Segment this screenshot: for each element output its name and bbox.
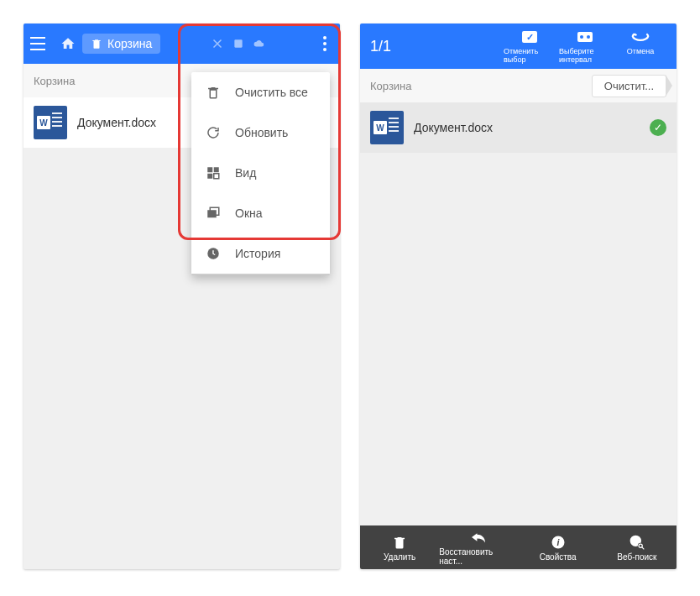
- dropdown-menu: Очистить все Обновить Вид Окна История: [191, 72, 330, 275]
- file-row[interactable]: W Документ.docx ✓: [360, 102, 676, 153]
- svg-rect-2: [214, 167, 219, 172]
- cloud-icon: [252, 38, 267, 50]
- location-chip[interactable]: Корзина: [82, 34, 160, 54]
- close-icon[interactable]: [210, 36, 225, 51]
- menu-label: Обновить: [235, 126, 288, 139]
- docx-icon: W: [370, 111, 404, 144]
- trash-icon: [391, 534, 408, 551]
- svg-line-13: [642, 546, 645, 549]
- menu-label: Очистить все: [235, 86, 308, 99]
- menu-clear-all[interactable]: Очистить все: [191, 72, 330, 112]
- properties-button[interactable]: i Свойства: [519, 525, 598, 569]
- info-icon: i: [550, 534, 567, 551]
- action-label: Отменить выбор: [504, 47, 556, 64]
- trash-icon: [91, 38, 102, 50]
- breadcrumb-label: Корзина: [34, 75, 76, 87]
- grid-icon: [205, 165, 222, 181]
- menu-view[interactable]: Вид: [191, 153, 330, 193]
- select-range-button[interactable]: Выберите интервал: [559, 29, 611, 64]
- svg-rect-5: [207, 210, 217, 217]
- trash-icon: [205, 84, 222, 101]
- svg-rect-1: [207, 167, 212, 172]
- breadcrumb: Корзина Очистит...: [360, 69, 676, 102]
- undo-icon: [470, 529, 487, 546]
- bottom-toolbar: Удалить Восстановить наст... i Свойства …: [360, 525, 676, 569]
- phone-left: Корзина Корзина W Документ.docx Очисти: [24, 24, 340, 569]
- menu-history[interactable]: История: [191, 233, 330, 274]
- sd-icon: [232, 38, 245, 50]
- svg-rect-3: [207, 174, 212, 179]
- topbar: Корзина: [24, 24, 340, 64]
- button-label: Удалить: [384, 552, 415, 562]
- windows-icon: [205, 205, 222, 222]
- refresh-icon: [205, 124, 222, 141]
- action-label: Отмена: [627, 47, 654, 55]
- button-label: Свойства: [540, 552, 577, 562]
- menu-label: Вид: [235, 166, 256, 180]
- restore-button[interactable]: Восстановить наст...: [439, 525, 518, 569]
- menu-windows[interactable]: Окна: [191, 193, 330, 233]
- status-icons: [210, 36, 267, 51]
- selected-check-icon: ✓: [650, 119, 666, 136]
- clock-icon: [205, 245, 222, 262]
- svg-rect-4: [214, 174, 219, 179]
- breadcrumb-label: Корзина: [370, 80, 412, 92]
- button-label: Веб-поиск: [617, 552, 656, 562]
- cancel-button[interactable]: Отмена: [614, 29, 666, 64]
- action-label: Выберите интервал: [559, 47, 611, 64]
- button-label: Восстановить наст...: [439, 547, 518, 566]
- deselect-button[interactable]: ✓ Отменить выбор: [504, 29, 556, 64]
- overflow-menu-icon[interactable]: [316, 27, 333, 60]
- location-label: Корзина: [107, 37, 152, 50]
- globe-search-icon: [629, 534, 645, 551]
- svg-rect-0: [234, 39, 242, 47]
- phone-right: 1/1 ✓ Отменить выбор Выберите интервал О…: [360, 24, 676, 569]
- selection-count: 1/1: [370, 38, 391, 55]
- selection-topbar: 1/1 ✓ Отменить выбор Выберите интервал О…: [360, 24, 676, 69]
- menu-icon[interactable]: [30, 34, 50, 54]
- clear-button[interactable]: Очистит...: [592, 75, 666, 97]
- websearch-button[interactable]: Веб-поиск: [598, 525, 676, 569]
- home-icon[interactable]: [60, 36, 76, 51]
- delete-button[interactable]: Удалить: [360, 525, 439, 569]
- docx-icon: W: [34, 106, 67, 139]
- menu-label: Окна: [235, 207, 263, 220]
- menu-label: История: [235, 247, 280, 260]
- file-name: Документ.docx: [414, 121, 640, 134]
- menu-refresh[interactable]: Обновить: [191, 112, 330, 153]
